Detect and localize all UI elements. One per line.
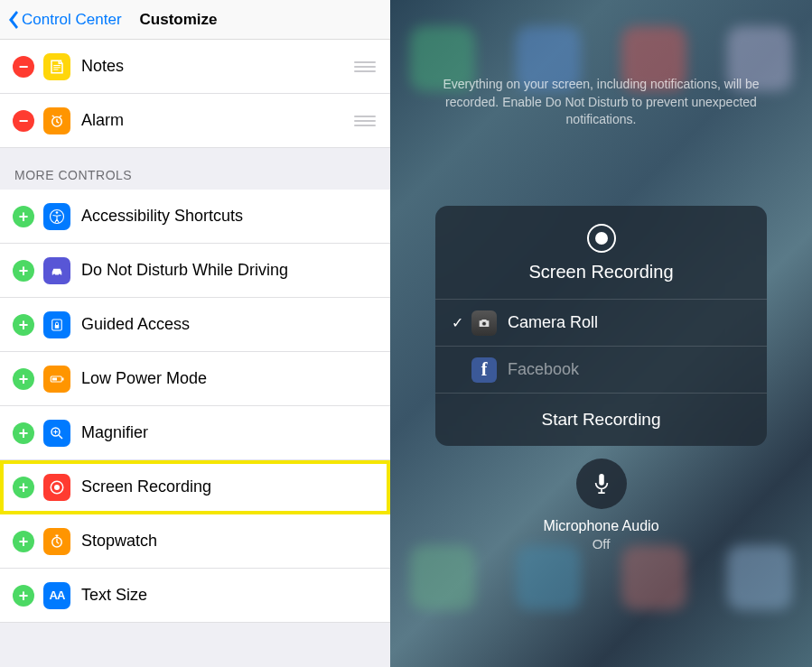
list-item-label: Guided Access (81, 315, 376, 334)
destination-option-facebook[interactable]: f Facebook (435, 346, 767, 393)
list-item[interactable]: + AA Text Size (0, 569, 390, 623)
alarm-icon (43, 107, 70, 134)
list-item-label: Text Size (81, 586, 376, 605)
microphone-button[interactable] (576, 459, 627, 509)
microphone-icon (592, 472, 611, 496)
list-item-label: Screen Recording (81, 477, 376, 496)
list-item[interactable]: + Low Power Mode (0, 352, 390, 406)
svg-rect-9 (52, 377, 57, 380)
battery-icon (43, 366, 70, 393)
add-button[interactable]: + (13, 314, 34, 336)
facebook-icon: f (471, 357, 497, 383)
text-size-icon: AA (43, 582, 70, 609)
svg-point-3 (53, 273, 55, 275)
add-button[interactable]: + (13, 206, 34, 227)
option-label: Camera Roll (508, 313, 598, 332)
screen-recording-panel: Screen Recording ✓ Camera Roll f Faceboo… (435, 206, 767, 446)
list-item[interactable]: + Stopwatch (0, 514, 390, 569)
panel-title: Screen Recording (435, 262, 767, 283)
section-header: MORE CONTROLS (0, 148, 390, 190)
microphone-label: Microphone Audio (390, 518, 812, 534)
list-item[interactable]: + Accessibility Shortcuts (0, 190, 390, 244)
add-button[interactable]: + (13, 260, 34, 282)
svg-point-2 (56, 211, 59, 214)
remove-button[interactable]: − (13, 56, 34, 78)
accessibility-icon (43, 203, 70, 230)
svg-rect-6 (55, 325, 60, 329)
list-item-screen-recording[interactable]: + Screen Recording (0, 460, 390, 514)
settings-customize-pane: Control Center Customize − Notes − Alarm… (0, 0, 390, 667)
chevron-left-icon (7, 11, 18, 29)
list-item-label: Alarm (81, 111, 354, 130)
page-title: Customize (140, 11, 218, 29)
control-center-pane: Everything on your screen, including not… (390, 0, 812, 667)
add-button[interactable]: + (13, 422, 34, 444)
microphone-toggle: Microphone Audio Off (390, 459, 812, 551)
list-item-label: Notes (81, 57, 354, 76)
list-item-label: Do Not Disturb While Driving (81, 261, 376, 280)
list-item[interactable]: − Notes (0, 40, 390, 94)
list-item-label: Magnifier (81, 423, 376, 442)
add-button[interactable]: + (13, 368, 34, 390)
record-icon (587, 224, 616, 253)
svg-point-12 (54, 485, 60, 490)
car-icon (43, 257, 70, 284)
panel-header: Screen Recording (435, 206, 767, 299)
list-item[interactable]: − Alarm (0, 94, 390, 148)
svg-point-14 (482, 321, 487, 326)
lock-icon (43, 311, 70, 338)
record-icon (43, 474, 70, 501)
list-item[interactable]: + Do Not Disturb While Driving (0, 244, 390, 298)
included-controls-list: − Notes − Alarm (0, 40, 390, 148)
add-button[interactable]: + (13, 477, 34, 498)
recording-notice: Everything on your screen, including not… (435, 76, 767, 129)
start-recording-button[interactable]: Start Recording (435, 393, 767, 446)
remove-button[interactable]: − (13, 110, 34, 132)
option-label: Facebook (508, 360, 579, 379)
magnifier-icon (43, 420, 70, 447)
svg-point-4 (59, 273, 61, 275)
notes-icon (43, 53, 70, 80)
svg-rect-15 (599, 474, 604, 486)
microphone-state: Off (390, 536, 812, 551)
add-button[interactable]: + (13, 585, 34, 607)
checkmark-icon: ✓ (452, 314, 471, 331)
nav-bar: Control Center Customize (0, 0, 390, 40)
list-item-label: Accessibility Shortcuts (81, 207, 376, 226)
more-controls-list: + Accessibility Shortcuts + Do Not Distu… (0, 190, 390, 623)
drag-handle-icon[interactable] (354, 61, 376, 72)
svg-rect-8 (62, 377, 64, 380)
add-button[interactable]: + (13, 531, 34, 552)
back-button[interactable]: Control Center (7, 11, 122, 29)
stopwatch-icon (43, 528, 70, 555)
back-label: Control Center (22, 11, 122, 29)
camera-icon (471, 310, 497, 336)
list-item-label: Stopwatch (81, 532, 376, 551)
destination-option-camera-roll[interactable]: ✓ Camera Roll (435, 299, 767, 346)
drag-handle-icon[interactable] (354, 116, 376, 126)
list-item-label: Low Power Mode (81, 369, 376, 388)
list-item[interactable]: + Guided Access (0, 298, 390, 352)
list-item[interactable]: + Magnifier (0, 406, 390, 460)
